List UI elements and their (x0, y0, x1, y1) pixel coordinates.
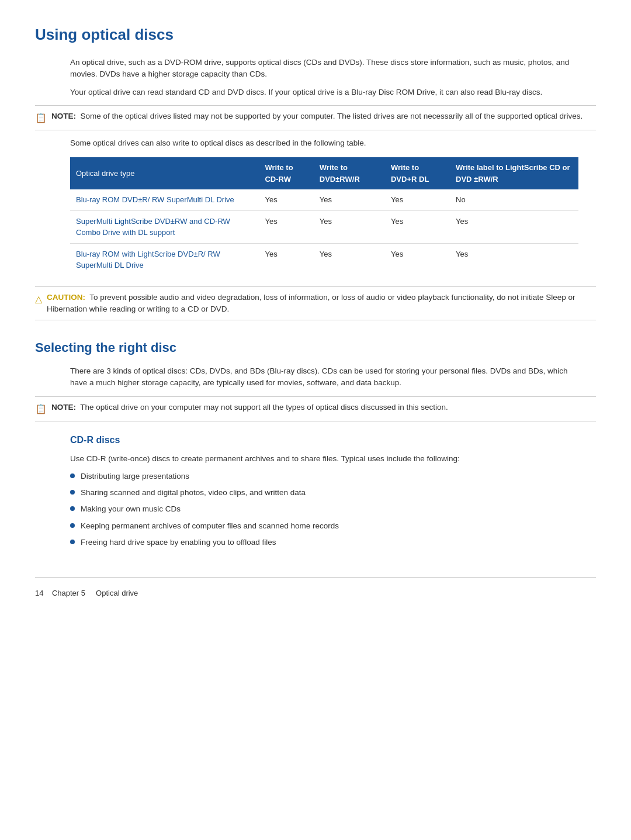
chapter-name: Optical drive (96, 589, 138, 597)
col-header-drive-type: Optical drive type (70, 157, 259, 189)
bullet-text: Sharing scanned and digital photos, vide… (81, 487, 306, 499)
note-label-2: NOTE: (51, 403, 76, 412)
page-number: 14 (35, 589, 43, 597)
col-header-cd-rw: Write to CD-RW (259, 157, 313, 189)
cell-lightscribe-1: Yes (450, 210, 578, 243)
cell-dvd-dl-2: Yes (385, 243, 450, 276)
section-heading-right-disc: Selecting the right disc (35, 338, 596, 357)
note-body-2: The optical drive on your computer may n… (80, 403, 448, 412)
note-body: Some of the optical drives listed may no… (81, 112, 583, 120)
caution-icon: △ (35, 292, 42, 306)
section-heading-optical-discs: Using optical discs (35, 23, 596, 46)
cell-dvd-rw-2: Yes (314, 243, 385, 276)
optical-drives-table: Optical drive type Write to CD-RW Write … (70, 157, 578, 276)
list-item: Freeing hard drive space by enabling you… (70, 537, 578, 548)
table-intro-text: Some optical drives can also write to op… (70, 137, 578, 149)
table-row: SuperMulti LightScribe DVD±RW and CD-RW … (70, 210, 578, 243)
cell-cd-rw-0: Yes (259, 189, 313, 210)
note-content-2: NOTE: The optical drive on your computer… (51, 402, 448, 413)
cdr-intro-text: Use CD-R (write-once) discs to create pe… (70, 453, 578, 465)
caution-label: CAUTION: (47, 293, 85, 302)
col-header-dvd-dl: Write to DVD+R DL (385, 157, 450, 189)
right-disc-intro: There are 3 kinds of optical discs: CDs,… (70, 365, 578, 389)
cell-cd-rw-2: Yes (259, 243, 313, 276)
cell-dvd-dl-1: Yes (385, 210, 450, 243)
col-header-dvd-rw: Write to DVD±RW/R (314, 157, 385, 189)
bullet-icon (70, 523, 75, 528)
intro-paragraph-2: Your optical drive can read standard CD … (70, 87, 578, 98)
optical-drives-table-wrapper: Optical drive type Write to CD-RW Write … (70, 157, 578, 276)
bullet-icon (70, 540, 75, 544)
cell-dvd-rw-0: Yes (314, 189, 385, 210)
bullet-text: Freeing hard drive space by enabling you… (81, 537, 276, 548)
note-icon: 📋 (35, 111, 47, 125)
caution-body: To prevent possible audio and video degr… (47, 293, 575, 313)
bullet-text: Distributing large presentations (81, 471, 189, 482)
cell-dvd-rw-1: Yes (314, 210, 385, 243)
caution-content: CAUTION: To prevent possible audio and v… (47, 292, 596, 316)
caution-box: △ CAUTION: To prevent possible audio and… (35, 286, 596, 321)
cell-drive-0: Blu-ray ROM DVD±R/ RW SuperMulti DL Driv… (70, 189, 259, 210)
cell-drive-2: Blu-ray ROM with LightScribe DVD±R/ RW S… (70, 243, 259, 276)
intro-paragraph-1: An optical drive, such as a DVD-ROM driv… (70, 57, 578, 81)
col-header-lightscribe: Write label to LightScribe CD or DVD ±RW… (450, 157, 578, 189)
bullet-icon (70, 506, 75, 511)
table-row: Blu-ray ROM with LightScribe DVD±R/ RW S… (70, 243, 578, 276)
cell-lightscribe-0: No (450, 189, 578, 210)
list-item: Keeping permanent archives of computer f… (70, 520, 578, 532)
bullet-text: Keeping permanent archives of computer f… (81, 520, 339, 532)
cell-lightscribe-2: Yes (450, 243, 578, 276)
page-footer: 14 Chapter 5 Optical drive (35, 578, 596, 599)
cell-cd-rw-1: Yes (259, 210, 313, 243)
cell-drive-1: SuperMulti LightScribe DVD±RW and CD-RW … (70, 210, 259, 243)
note-label: NOTE: (51, 112, 76, 120)
bullet-icon (70, 490, 75, 495)
cell-dvd-dl-0: Yes (385, 189, 450, 210)
bullet-icon (70, 473, 75, 478)
note-box: 📋 NOTE: Some of the optical drives liste… (35, 105, 596, 130)
bullet-text: Making your own music CDs (81, 503, 181, 515)
note-icon-2: 📋 (35, 402, 47, 416)
table-row: Blu-ray ROM DVD±R/ RW SuperMulti DL Driv… (70, 189, 578, 210)
chapter-label: Chapter 5 (52, 589, 85, 597)
note-content: NOTE: Some of the optical drives listed … (51, 110, 583, 122)
list-item: Sharing scanned and digital photos, vide… (70, 487, 578, 499)
list-item: Making your own music CDs (70, 503, 578, 515)
subsection-cdr-discs: CD-R discs (70, 433, 578, 447)
list-item: Distributing large presentations (70, 471, 578, 482)
cdr-bullet-list: Distributing large presentations Sharing… (70, 471, 578, 548)
note-box-2: 📋 NOTE: The optical drive on your comput… (35, 396, 596, 421)
